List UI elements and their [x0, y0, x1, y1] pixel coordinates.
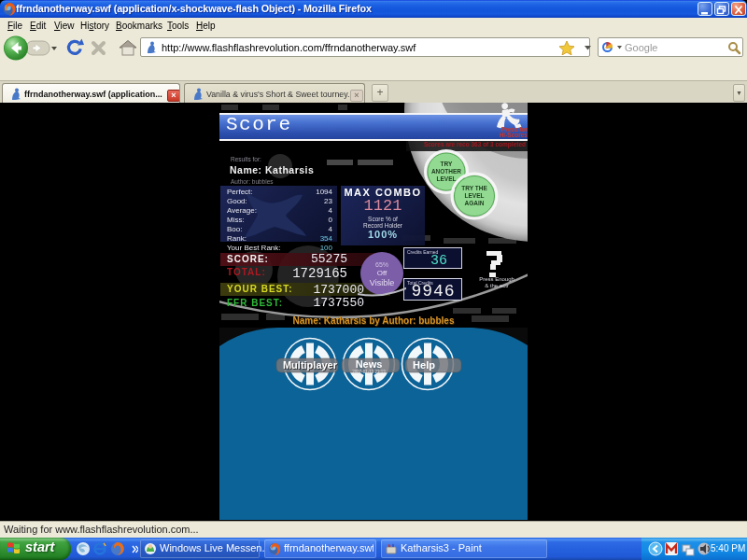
svg-text:65%: 65% [375, 261, 388, 268]
svg-text:2007-01-13 23:13: 2007-01-13 23:13 [352, 370, 386, 374]
svg-text:LEVEL: LEVEL [437, 175, 457, 182]
svg-text:News: News [356, 358, 383, 370]
svg-text:Off: Off [377, 269, 388, 277]
svg-text:Multiplayer: Multiplayer [283, 359, 338, 371]
svg-text:Help: Help [413, 359, 435, 371]
svg-text:Visible: Visible [370, 278, 394, 287]
svg-text:ANOTHER: ANOTHER [431, 168, 461, 175]
svg-text:TRY THE: TRY THE [461, 185, 487, 191]
svg-text:AGAIN: AGAIN [465, 200, 485, 206]
svg-text:LEVEL: LEVEL [465, 192, 485, 199]
svg-text:TRY: TRY [441, 161, 453, 167]
